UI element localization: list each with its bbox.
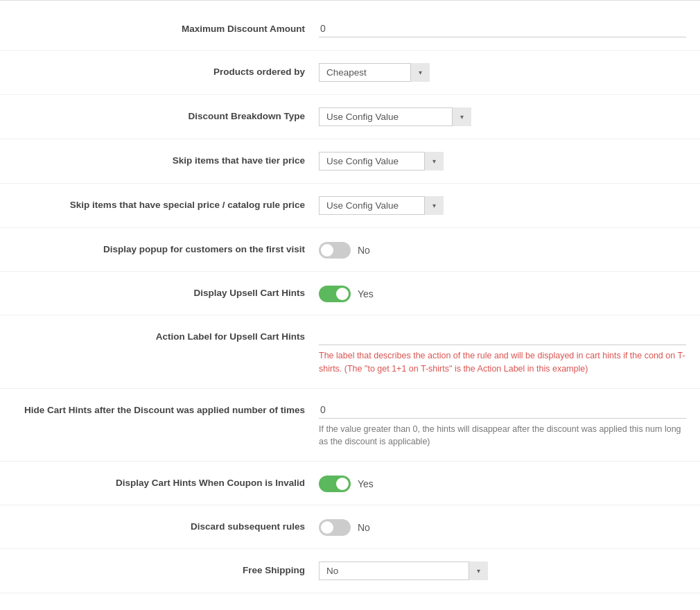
toggle-slider-discard-subsequent — [319, 519, 351, 536]
control-hide-cart-hints: If the value greater than 0, the hints w… — [319, 401, 686, 449]
select-wrapper-free-shipping: No For matching items only For shipment … — [319, 561, 488, 580]
row-display-cart-hints-coupon: Display Cart Hints When Coupon is Invali… — [0, 462, 700, 505]
row-free-shipping: Free Shipping No For matching items only… — [0, 549, 700, 593]
control-free-shipping: No For matching items only For shipment … — [319, 561, 686, 580]
label-discount-breakdown: Discount Breakdown Type — [14, 107, 319, 123]
label-skip-tier-price: Skip items that have tier price — [14, 152, 319, 168]
control-display-cart-hints-coupon: Yes — [319, 474, 686, 492]
control-skip-special-price: Use Config Value Yes No ▾ — [319, 196, 686, 215]
toggle-wrapper-display-popup: No — [319, 242, 370, 259]
label-products-ordered-by: Products ordered by — [14, 63, 319, 79]
control-discard-subsequent: No — [319, 518, 686, 536]
input-action-label[interactable] — [319, 328, 686, 345]
hint-action-label: The label that describes the action of t… — [319, 349, 686, 376]
control-maximum-discount — [319, 20, 686, 37]
control-display-upsell: Yes — [319, 284, 686, 302]
select-skip-special-price[interactable]: Use Config Value Yes No — [319, 196, 444, 215]
toggle-wrapper-display-upsell: Yes — [319, 286, 374, 302]
row-display-upsell: Display Upsell Cart Hints Yes — [0, 272, 700, 315]
label-free-shipping: Free Shipping — [14, 561, 319, 577]
row-display-popup: Display popup for customers on the first… — [0, 228, 700, 272]
label-action-label: Action Label for Upsell Cart Hints — [14, 328, 319, 344]
toggle-label-display-popup: No — [358, 245, 370, 256]
row-products-ordered-by: Products ordered by Cheapest Most Expens… — [0, 51, 700, 95]
row-discard-subsequent: Discard subsequent rules No — [0, 505, 700, 549]
toggle-label-display-cart-hints-coupon: Yes — [358, 478, 374, 489]
select-free-shipping[interactable]: No For matching items only For shipment … — [319, 561, 488, 580]
toggle-slider-display-cart-hints-coupon — [319, 476, 351, 492]
toggle-label-display-upsell: Yes — [358, 288, 374, 299]
control-products-ordered-by: Cheapest Most Expensive Default ▾ — [319, 63, 686, 82]
control-action-label: The label that describes the action of t… — [319, 328, 686, 376]
label-display-cart-hints-coupon: Display Cart Hints When Coupon is Invali… — [14, 474, 319, 490]
control-discount-breakdown: Use Config Value Per Item Per Cart ▾ — [319, 107, 686, 126]
label-display-upsell: Display Upsell Cart Hints — [14, 284, 319, 300]
select-products-ordered-by[interactable]: Cheapest Most Expensive Default — [319, 63, 430, 82]
label-skip-special-price: Skip items that have special price / cat… — [14, 196, 319, 212]
select-wrapper-discount-breakdown: Use Config Value Per Item Per Cart ▾ — [319, 107, 471, 126]
row-discount-breakdown: Discount Breakdown Type Use Config Value… — [0, 95, 700, 139]
toggle-wrapper-display-cart-hints-coupon: Yes — [319, 476, 374, 492]
hint-hide-cart-hints: If the value greater than 0, the hints w… — [319, 423, 686, 449]
label-maximum-discount: Maximum Discount Amount — [14, 20, 319, 36]
control-display-popup: No — [319, 241, 686, 259]
toggle-discard-subsequent[interactable] — [319, 519, 351, 536]
select-skip-tier-price[interactable]: Use Config Value Yes No — [319, 152, 444, 171]
toggle-wrapper-discard-subsequent: No — [319, 519, 370, 536]
toggle-display-upsell[interactable] — [319, 286, 351, 302]
row-hide-cart-hints: Hide Cart Hints after the Discount was a… — [0, 389, 700, 462]
select-wrapper-skip-special-price: Use Config Value Yes No ▾ — [319, 196, 444, 215]
label-hide-cart-hints: Hide Cart Hints after the Discount was a… — [14, 401, 319, 417]
toggle-display-popup[interactable] — [319, 242, 351, 259]
toggle-display-cart-hints-coupon[interactable] — [319, 476, 351, 492]
label-display-popup: Display popup for customers on the first… — [14, 241, 319, 256]
form-container: Maximum Discount Amount Products ordered… — [0, 0, 700, 600]
row-maximum-discount: Maximum Discount Amount — [0, 8, 700, 51]
toggle-slider-display-popup — [319, 242, 351, 259]
select-wrapper-products-ordered-by: Cheapest Most Expensive Default ▾ — [319, 63, 430, 82]
input-hide-cart-hints[interactable] — [319, 401, 686, 419]
toggle-label-discard-subsequent: No — [358, 522, 370, 533]
select-wrapper-skip-tier-price: Use Config Value Yes No ▾ — [319, 152, 444, 171]
control-skip-tier-price: Use Config Value Yes No ▾ — [319, 152, 686, 171]
label-discard-subsequent: Discard subsequent rules — [14, 518, 319, 534]
row-skip-tier-price: Skip items that have tier price Use Conf… — [0, 139, 700, 184]
toggle-slider-display-upsell — [319, 286, 351, 302]
input-maximum-discount[interactable] — [319, 20, 686, 37]
row-action-label: Action Label for Upsell Cart Hints The l… — [0, 315, 700, 389]
row-skip-special-price: Skip items that have special price / cat… — [0, 184, 700, 228]
select-discount-breakdown[interactable]: Use Config Value Per Item Per Cart — [319, 107, 471, 126]
